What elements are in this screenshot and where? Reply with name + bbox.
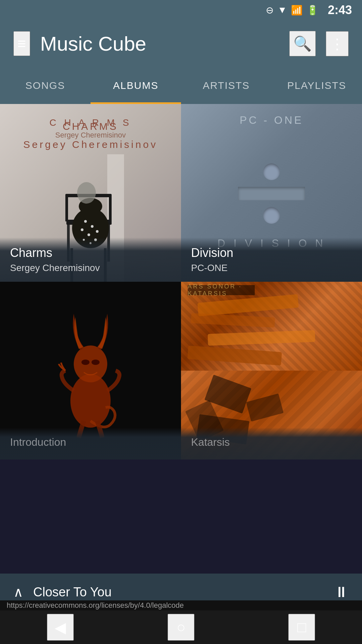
album-card-introduction[interactable]: Introduction <box>0 282 181 460</box>
pc-one-label: PC - ONE <box>181 114 362 126</box>
album-artist-division: PC-ONE <box>191 263 352 273</box>
battery-icon: 🔋 <box>307 5 318 16</box>
album-name-charms: Charms <box>10 246 171 260</box>
bottom-navigation: ◀ ○ □ <box>0 610 362 644</box>
division-bar <box>238 187 305 200</box>
album-name-division: Division <box>191 246 352 260</box>
back-button[interactable]: ◀ <box>47 614 74 641</box>
svg-point-13 <box>91 225 94 228</box>
album-grid: C H A R M S Sergey Cheremisinov Charms S… <box>0 104 362 460</box>
svg-rect-6 <box>65 195 68 221</box>
division-dot-top <box>263 163 280 180</box>
svg-point-15 <box>96 230 99 233</box>
tab-albums[interactable]: ALBUMS <box>90 67 181 104</box>
svg-point-23 <box>81 360 89 365</box>
chevron-up-icon[interactable]: ∧ <box>13 584 23 600</box>
album-card-charms[interactable]: C H A R M S Sergey Cheremisinov Charms S… <box>0 104 181 282</box>
app-title: Music Cube <box>40 32 289 55</box>
status-icons: ⊖ ▼ 📶 🔋 2:43 <box>266 3 352 17</box>
footer-url: https://creativecommons.org/licenses/by/… <box>7 601 184 610</box>
album-name-katarsis: Katarsis <box>191 436 352 448</box>
search-button[interactable]: 🔍 <box>289 31 316 56</box>
svg-point-12 <box>84 220 87 223</box>
status-time: 2:43 <box>328 3 352 17</box>
svg-point-24 <box>92 360 100 365</box>
katarsis-top-text: ARS SONOR · KATARSIS <box>188 283 255 297</box>
pause-button[interactable]: ⏸ <box>334 584 349 600</box>
more-options-button[interactable]: ⋮ <box>326 31 349 56</box>
tab-artists[interactable]: ARTISTS <box>181 67 272 104</box>
footer: https://creativecommons.org/licenses/by/… <box>0 600 362 610</box>
album-artist-charms: Sergey Cheremisinov <box>10 263 171 273</box>
status-bar: ⊖ ▼ 📶 🔋 2:43 <box>0 0 362 20</box>
division-dot-bottom <box>263 207 280 224</box>
demon-art-svg <box>37 300 144 441</box>
app-bar-actions: 🔍 ⋮ <box>289 31 349 56</box>
svg-point-16 <box>87 233 90 236</box>
tabs-bar: SONGS ALBUMS ARTISTS PLAYLISTS <box>0 67 362 104</box>
menu-button[interactable]: ≡ <box>13 31 30 56</box>
signal-icon: 📶 <box>291 5 303 16</box>
album-info-katarsis: Katarsis <box>181 428 362 460</box>
svg-rect-7 <box>109 195 112 221</box>
minus-circle-icon: ⊖ <box>266 5 274 16</box>
album-name-intro: Introduction <box>10 436 171 448</box>
album-info-intro: Introduction <box>0 428 181 460</box>
now-playing-title: Closer To You <box>33 585 334 599</box>
tab-playlists[interactable]: PLAYLISTS <box>272 67 362 104</box>
app-bar: ≡ Music Cube 🔍 ⋮ <box>0 20 362 67</box>
recents-button[interactable]: □ <box>288 614 315 641</box>
home-button[interactable]: ○ <box>168 614 194 641</box>
svg-point-22 <box>74 345 107 382</box>
svg-point-14 <box>81 228 83 231</box>
album-card-katarsis[interactable]: ARS SONOR · KATARSIS <box>181 282 362 460</box>
charms-text: C H A R M S <box>0 117 181 128</box>
album-info-division: Division PC-ONE <box>181 237 362 282</box>
division-symbol <box>238 163 305 224</box>
svg-point-11 <box>77 182 96 204</box>
tab-songs[interactable]: SONGS <box>0 67 90 104</box>
album-card-division[interactable]: PC - ONE D I V I S I O N Division PC-ONE <box>181 104 362 282</box>
album-info-charms: Charms Sergey Cheremisinov <box>0 237 181 282</box>
charms-artist-text: Sergey Cheremisinov <box>0 131 181 140</box>
wifi-icon: ▼ <box>278 5 287 15</box>
main-content: C H A R M S Sergey Cheremisinov Charms S… <box>0 104 362 533</box>
